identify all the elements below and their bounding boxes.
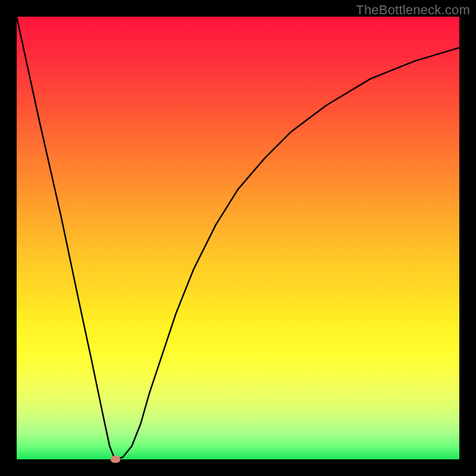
chart-frame: TheBottleneck.com xyxy=(0,0,476,476)
bottleneck-curve xyxy=(17,17,459,459)
plot-area xyxy=(17,17,459,459)
watermark-text: TheBottleneck.com xyxy=(356,2,470,18)
optimal-point-marker xyxy=(111,456,120,463)
